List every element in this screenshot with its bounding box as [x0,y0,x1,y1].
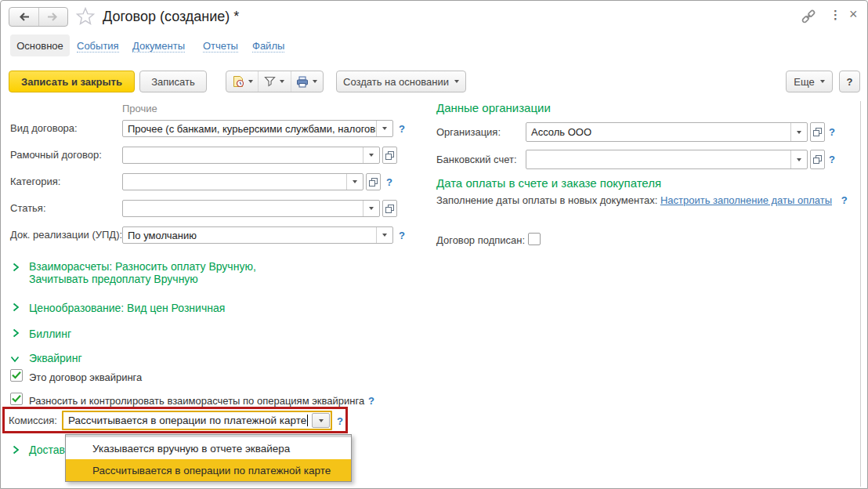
page-title: Договор (создание) * [103,9,239,25]
commission-label: Комиссия: [9,411,57,430]
tab-main[interactable]: Основное [10,34,70,56]
signed-checkbox[interactable] [528,233,541,245]
section-pricing[interactable]: Ценообразование: Вид цен Розничная [29,302,225,314]
realization-doc-field[interactable]: По умолчанию [122,226,393,244]
open-window-icon [385,205,394,213]
frame-contract-value [123,147,363,163]
dropdown-option-manual[interactable]: Указывается вручную в отчете эквайера [66,437,351,459]
organization-label: Организация: [436,122,501,142]
window: Договор (создание) * ⋮ × Основное Событи… [0,0,868,489]
help-button[interactable]: ? [839,71,860,92]
commission-help[interactable]: ? [337,415,343,427]
print-button[interactable] [291,71,323,92]
org-data-header: Данные организации [436,101,551,114]
close-icon[interactable]: × [849,6,858,23]
fill-date-link[interactable]: Настроить заполнение даты оплаты [660,194,832,206]
filter-button[interactable] [258,71,290,92]
realization-doc-dropdown-button[interactable] [376,227,392,243]
frame-contract-open-button[interactable] [382,147,397,164]
section-mutual-settlements[interactable]: Взаиморасчеты: Разносить оплату Вручную,… [29,260,256,285]
organization-open-button[interactable] [810,122,825,142]
chevron-right-icon[interactable] [12,445,20,455]
control-settlements-checkbox[interactable] [10,393,23,405]
back-button[interactable] [9,8,39,26]
menu-dots-icon[interactable]: ⋮ [830,8,841,22]
acquiring-contract-label: Это договор эквайринга [29,371,142,383]
bank-account-open-button[interactable] [810,150,825,169]
bank-account-label: Банковский счет: [436,150,517,169]
realization-doc-help[interactable]: ? [399,230,405,241]
chevron-right-icon[interactable] [12,328,20,338]
frame-contract-label: Рамочный договор: [10,147,102,164]
form-right-border [860,101,861,487]
organization-field[interactable]: Ассоль ООО [526,122,808,142]
tab-reports[interactable]: Отчеты [203,40,238,53]
chevron-right-icon[interactable] [12,302,20,312]
contract-kind-label: Вид договора: [10,120,78,137]
tab-documents[interactable]: Документы [132,40,185,53]
section-billing[interactable]: Биллинг [29,328,71,340]
save-close-button[interactable]: Записать и закрыть [9,71,135,92]
section-mutual-line1: Взаиморасчеты: Разносить оплату Вручную, [29,260,256,273]
organization-help[interactable]: ? [829,126,835,138]
category-dropdown-button[interactable] [346,174,363,190]
category-open-button[interactable] [366,173,381,190]
article-label: Статья: [10,200,46,217]
tab-events[interactable]: События [77,40,119,53]
dropdown-option-calculated[interactable]: Рассчитывается в операции по платежной к… [66,459,351,481]
control-settlements-help[interactable]: ? [368,395,374,407]
section-acquiring[interactable]: Эквайринг [29,352,82,364]
commission-field[interactable]: Рассчитывается в операции по платежной к… [62,411,332,430]
more-button[interactable]: Еще [786,71,833,92]
chevron-right-icon[interactable] [12,263,20,272]
organization-value: Ассоль ООО [526,123,790,141]
check-icon [12,395,21,403]
group-label-other: Прочие [122,103,157,114]
document-clock-icon [232,75,244,88]
bank-account-value [526,150,790,168]
acquiring-contract-checkbox[interactable] [10,369,23,382]
bank-account-dropdown-button[interactable] [790,150,807,168]
open-window-icon [369,178,378,187]
get-link-icon[interactable] [800,9,817,24]
fill-date-help[interactable]: ? [841,194,848,206]
check-icon [12,371,21,379]
history-doc-button[interactable] [226,71,258,92]
frame-contract-dropdown-button[interactable] [363,147,379,163]
commission-dropdown-list: Указывается вручную в отчете эквайера Ра… [65,434,352,482]
tab-main-label: Основное [16,40,63,52]
contract-kind-dropdown-button[interactable] [376,121,392,136]
contract-kind-value: Прочее (с банками, курьерскими службами,… [123,121,376,136]
article-field[interactable] [122,200,380,217]
article-dropdown-button[interactable] [363,201,379,216]
fill-date-line: Заполнение даты оплаты в новых документа… [436,194,848,206]
open-window-icon [813,155,822,164]
contract-kind-help[interactable]: ? [399,123,405,135]
funnel-icon [264,76,276,87]
contract-kind-field[interactable]: Прочее (с банками, курьерскими службами,… [122,120,393,137]
payment-date-header: Дата оплаты в счете и заказе покупателя [436,176,661,190]
toolbar-icon-group [226,71,324,92]
save-button[interactable]: Записать [139,71,207,92]
article-open-button[interactable] [382,200,397,217]
more-label: Еще [794,76,814,88]
back-icon [18,13,30,21]
realization-doc-label: Док. реализации (УПД): [10,226,122,244]
category-help[interactable]: ? [386,176,392,188]
article-value [123,201,363,216]
printer-icon [296,76,309,88]
category-value [123,174,346,190]
chevron-down-icon[interactable] [10,355,20,363]
frame-contract-field[interactable] [122,147,380,164]
create-on-base-button[interactable]: Создать на основании [336,71,466,92]
tab-files[interactable]: Файлы [252,40,284,53]
save-label: Записать [151,76,195,88]
category-field[interactable] [122,173,363,190]
bank-account-help[interactable]: ? [829,154,835,165]
bank-account-field[interactable] [526,150,808,169]
organization-dropdown-button[interactable] [790,123,807,141]
favorite-star-icon[interactable] [76,7,95,25]
forward-button[interactable] [39,8,68,26]
help-label: ? [847,76,853,88]
commission-dropdown-button[interactable] [312,413,330,428]
